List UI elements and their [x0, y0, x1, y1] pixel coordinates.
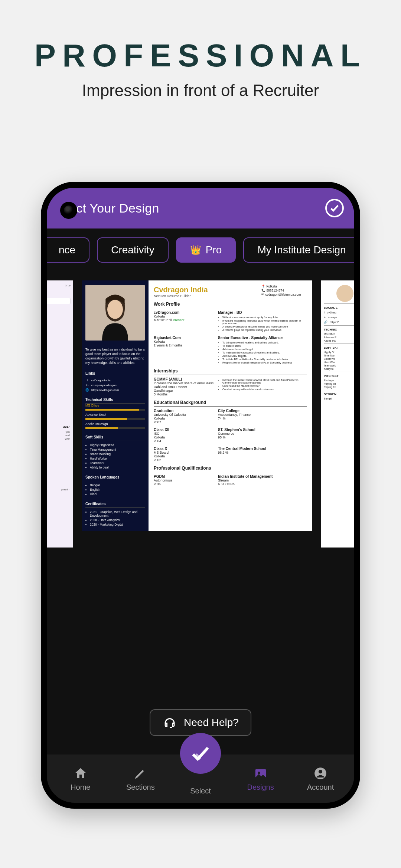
nav-designs-label: Designs — [247, 783, 274, 792]
edu-title: Educational Background — [154, 400, 307, 407]
image-icon — [254, 766, 268, 781]
need-help-button[interactable]: Need Help? — [150, 709, 251, 736]
nav-home[interactable]: Home — [55, 766, 107, 792]
next-tech-title: TECHNIC — [324, 328, 354, 331]
nav-account[interactable]: Account — [294, 766, 346, 792]
prev-row: pment - — [61, 488, 70, 491]
prev-snip: th by — [41, 284, 71, 287]
next-interest-title: INTEREST — [324, 374, 354, 378]
soft-title: Soft Skills — [85, 435, 145, 441]
links-title: Links — [85, 371, 145, 377]
chip-creativity[interactable]: Creativity — [97, 237, 169, 263]
svg-point-5 — [319, 770, 322, 773]
resume-intro: To give my best as an individual, to be … — [85, 347, 145, 365]
design-card-next[interactable]: SOCIAL L fcvDrag incompa 🔗https:// TECHN… — [321, 280, 354, 548]
account-icon — [313, 766, 327, 781]
filter-chips: nce Creativity 👑 Pro My Institute Design — [47, 228, 354, 272]
skill: Adobe InDesign — [85, 422, 145, 426]
resume-sidebar: To give my best as an individual, to be … — [82, 280, 149, 531]
globe-icon: 🌐 — [85, 388, 89, 392]
work-title: Work Profile — [154, 302, 307, 308]
chip-balance[interactable]: nce — [47, 237, 89, 263]
link-fb: cvDragonIndia — [91, 379, 111, 382]
lang-title: Spoken Languages — [85, 475, 145, 481]
facebook-icon: f — [85, 379, 89, 382]
skill: Advance Excel — [85, 413, 145, 417]
prev-year: 2017 — [63, 425, 70, 428]
nav-sections[interactable]: Sections — [114, 766, 166, 792]
prof-title: Professional Qualifications — [154, 466, 307, 472]
prev-line: your — [65, 437, 70, 440]
prev-line: and — [65, 434, 70, 437]
next-spoken-title: SPOKEN — [324, 392, 354, 396]
promo-title: PROFESSIONAL — [0, 37, 401, 74]
link-web: https://cvdragon.com — [91, 388, 119, 392]
cert-title: Certificates — [85, 502, 145, 508]
camera-hole — [60, 202, 77, 219]
lang-list: Bengali English Hindi — [85, 483, 145, 496]
nav-account-label: Account — [307, 783, 334, 792]
select-fab[interactable] — [180, 733, 221, 774]
linkedin-icon: in — [85, 384, 89, 387]
skill: MS Office — [85, 404, 145, 407]
design-card-current[interactable]: To give my best as an individual, to be … — [82, 280, 312, 531]
soft-list: Highly Organized Time Management Smart W… — [85, 443, 145, 469]
nav-home-label: Home — [71, 783, 90, 792]
phone-frame: ect Your Design nce Creativity 👑 Pro My … — [41, 182, 360, 809]
crown-icon: 👑 — [190, 245, 201, 255]
cert-list: 2021 - Graphics, Web Design and Developm… — [85, 510, 145, 526]
nav-sections-label: Sections — [126, 783, 155, 792]
svg-point-1 — [107, 300, 123, 319]
prev-pill: ising — [41, 298, 71, 304]
intern-title: Internships — [154, 368, 307, 375]
chip-institute[interactable]: My Institute Design — [243, 237, 354, 263]
resume-body: Cvdragon India NexGen Resume Builder 📍 K… — [149, 280, 312, 531]
chip-pro-label: Pro — [206, 244, 222, 256]
app-bar: ect Your Design — [47, 188, 354, 228]
page-title: ect Your Design — [69, 201, 325, 216]
home-icon — [74, 766, 88, 781]
next-soft-title: SOFT SKI — [324, 346, 354, 349]
design-carousel[interactable]: th by ising 2017 you and your pment - — [41, 272, 354, 561]
next-social-title: SOCIAL L — [324, 306, 354, 309]
fab-label: Select — [190, 787, 211, 795]
resume-contact: 📍 Kolkata 📞 9883124674 ✉ cvdragon@lifein… — [261, 285, 301, 297]
tech-title: Technical Skills — [85, 398, 145, 404]
link-li: company/cvdragon — [91, 384, 117, 387]
confirm-icon[interactable] — [325, 199, 344, 217]
headset-icon — [162, 715, 177, 730]
nav-designs[interactable]: Designs — [235, 766, 287, 792]
pencil-icon — [133, 766, 147, 781]
prev-line: you — [65, 430, 70, 434]
screen: ect Your Design nce Creativity 👑 Pro My … — [47, 188, 354, 803]
svg-point-3 — [258, 772, 260, 774]
chip-pro[interactable]: 👑 Pro — [176, 237, 236, 263]
need-help-label: Need Help? — [184, 717, 239, 729]
design-card-prev[interactable]: th by ising 2017 you and your pment - — [41, 280, 73, 548]
promo-subtitle: Impression in front of a Recruiter — [0, 81, 401, 100]
profile-photo — [85, 285, 145, 341]
avatar — [336, 285, 353, 302]
